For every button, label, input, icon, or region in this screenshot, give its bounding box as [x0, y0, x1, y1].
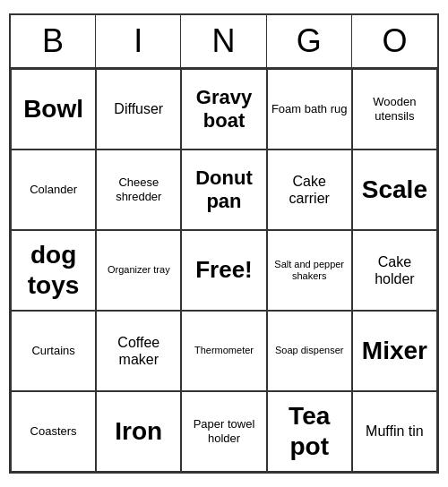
header-letter: B [11, 15, 96, 67]
cell-r0-c0: Bowl [11, 69, 96, 150]
cell-r4-c3: Tea pot [267, 391, 352, 472]
cell-r1-c1: Cheese shredder [96, 150, 181, 230]
cell-r2-c1: Organizer tray [96, 230, 181, 311]
cell-text: Diffuser [114, 100, 163, 117]
cell-text: Wooden utensils [357, 95, 433, 123]
cell-r2-c2: Free! [181, 230, 266, 311]
cell-text: Donut pan [185, 167, 262, 214]
cell-r4-c4: Muffin tin [352, 391, 437, 472]
cell-text: Thermometer [194, 345, 254, 356]
cell-text: Coffee maker [100, 334, 177, 368]
cell-text: Cake carrier [271, 173, 348, 207]
bingo-header: BINGO [11, 15, 437, 69]
header-letter: G [267, 15, 352, 67]
cell-text: Free! [195, 256, 253, 284]
cell-text: Cake holder [357, 253, 433, 287]
cell-text: dog toys [15, 240, 91, 300]
cell-r2-c4: Cake holder [352, 230, 437, 311]
cell-r0-c3: Foam bath rug [267, 69, 352, 150]
cell-text: Mixer [362, 336, 427, 366]
cell-r4-c0: Coasters [11, 391, 96, 472]
header-letter: O [352, 15, 437, 67]
cell-text: Iron [115, 416, 162, 447]
cell-text: Colander [30, 183, 77, 197]
bingo-card: BINGO BowlDiffuserGravy boatFoam bath ru… [9, 13, 439, 474]
cell-text: Salt and pepper shakers [271, 259, 348, 282]
cell-text: Foam bath rug [271, 102, 348, 116]
bingo-grid: BowlDiffuserGravy boatFoam bath rugWoode… [11, 69, 437, 472]
cell-r1-c4: Scale [352, 150, 437, 230]
cell-r1-c3: Cake carrier [267, 150, 352, 230]
cell-r4-c1: Iron [96, 391, 181, 472]
cell-r2-c0: dog toys [11, 230, 96, 311]
cell-text: Muffin tin [366, 423, 424, 440]
cell-text: Scale [362, 175, 427, 205]
cell-r1-c2: Donut pan [181, 150, 266, 230]
cell-r0-c1: Diffuser [96, 69, 181, 150]
cell-r3-c4: Mixer [352, 311, 437, 391]
cell-text: Bowl [23, 94, 83, 124]
cell-r0-c2: Gravy boat [181, 69, 266, 150]
header-letter: I [96, 15, 181, 67]
cell-r3-c3: Soap dispenser [267, 311, 352, 391]
cell-r2-c3: Salt and pepper shakers [267, 230, 352, 311]
cell-text: Soap dispenser [275, 345, 343, 356]
cell-text: Gravy boat [185, 86, 262, 133]
cell-r3-c1: Coffee maker [96, 311, 181, 391]
cell-text: Cheese shredder [100, 175, 177, 203]
cell-r4-c2: Paper towel holder [181, 391, 266, 472]
cell-text: Tea pot [271, 401, 348, 461]
cell-r3-c2: Thermometer [181, 311, 266, 391]
cell-text: Curtains [31, 344, 74, 358]
header-letter: N [181, 15, 266, 67]
cell-r0-c4: Wooden utensils [352, 69, 437, 150]
cell-text: Coasters [30, 424, 77, 439]
cell-r3-c0: Curtains [11, 311, 96, 391]
cell-text: Organizer tray [108, 264, 170, 276]
cell-r1-c0: Colander [11, 150, 96, 230]
cell-text: Paper towel holder [185, 417, 262, 445]
